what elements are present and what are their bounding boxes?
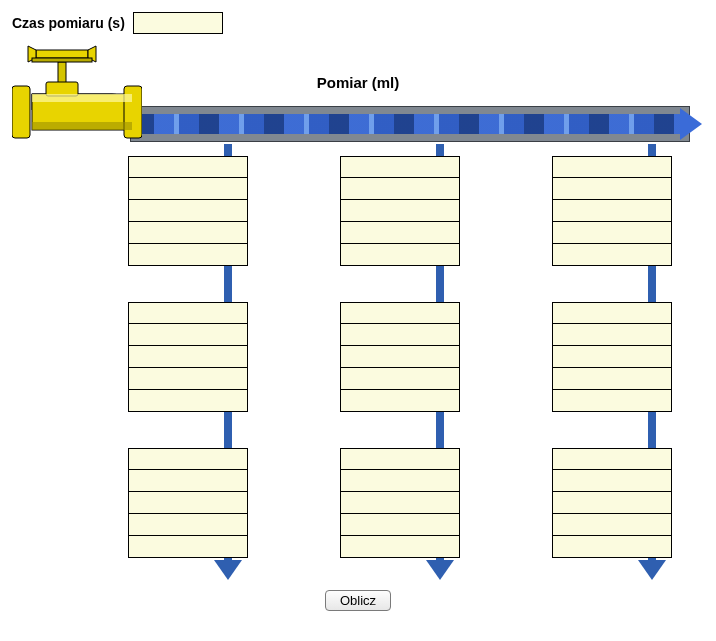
measure-cell[interactable]: [128, 368, 248, 390]
measure-cell[interactable]: [128, 536, 248, 558]
svg-rect-8: [46, 82, 78, 96]
measure-cell[interactable]: [552, 222, 672, 244]
measure-group: [552, 156, 672, 266]
measure-cell[interactable]: [128, 390, 248, 412]
measure-cell[interactable]: [340, 302, 460, 324]
measure-cell[interactable]: [340, 244, 460, 266]
measure-cell[interactable]: [340, 390, 460, 412]
svg-rect-4: [32, 58, 92, 62]
measure-group: [340, 448, 460, 558]
measure-cell[interactable]: [552, 244, 672, 266]
measure-cell[interactable]: [340, 448, 460, 470]
measure-cell[interactable]: [128, 244, 248, 266]
measure-cell[interactable]: [552, 390, 672, 412]
measure-column-2: [340, 156, 460, 558]
svg-rect-7: [124, 86, 142, 138]
measure-cell[interactable]: [128, 470, 248, 492]
svg-rect-10: [32, 122, 132, 130]
measure-group: [128, 448, 248, 558]
measure-column-3: [552, 156, 672, 558]
measure-cell[interactable]: [128, 302, 248, 324]
measure-cell[interactable]: [552, 368, 672, 390]
time-label: Czas pomiaru (s): [12, 15, 125, 31]
measure-cell[interactable]: [340, 324, 460, 346]
measure-cell[interactable]: [552, 178, 672, 200]
measure-cell[interactable]: [340, 492, 460, 514]
measure-cell[interactable]: [552, 448, 672, 470]
measure-cell[interactable]: [128, 324, 248, 346]
measure-cell[interactable]: [552, 536, 672, 558]
measure-cell[interactable]: [340, 514, 460, 536]
measure-cell[interactable]: [128, 178, 248, 200]
measure-cell[interactable]: [340, 200, 460, 222]
measure-cell[interactable]: [340, 178, 460, 200]
measure-cell[interactable]: [340, 470, 460, 492]
measure-column-1: [128, 156, 248, 558]
measure-group: [128, 156, 248, 266]
measure-cell[interactable]: [340, 156, 460, 178]
measure-group: [340, 156, 460, 266]
measure-cell[interactable]: [340, 222, 460, 244]
svg-rect-6: [12, 86, 30, 138]
svg-rect-9: [32, 94, 132, 102]
measure-cell[interactable]: [552, 514, 672, 536]
measure-group: [128, 302, 248, 412]
measure-cell[interactable]: [552, 302, 672, 324]
svg-rect-1: [36, 50, 88, 58]
measure-cell[interactable]: [128, 492, 248, 514]
calc-row: Oblicz: [12, 590, 704, 611]
measure-cell[interactable]: [128, 346, 248, 368]
diagram: Pomiar (ml): [12, 44, 704, 584]
measure-cell[interactable]: [552, 324, 672, 346]
measure-cell[interactable]: [128, 448, 248, 470]
faucet-icon: [12, 44, 142, 156]
measure-cell[interactable]: [128, 222, 248, 244]
measure-cell[interactable]: [552, 470, 672, 492]
time-row: Czas pomiaru (s): [12, 12, 704, 34]
measure-cell[interactable]: [340, 346, 460, 368]
measure-cell[interactable]: [128, 156, 248, 178]
pipe-water: [134, 114, 682, 134]
measure-cell[interactable]: [340, 536, 460, 558]
time-input[interactable]: [133, 12, 223, 34]
measure-cell[interactable]: [552, 156, 672, 178]
measure-cell[interactable]: [340, 368, 460, 390]
measure-group: [552, 448, 672, 558]
measure-cell[interactable]: [552, 346, 672, 368]
calculate-button[interactable]: Oblicz: [325, 590, 391, 611]
measure-cell[interactable]: [552, 200, 672, 222]
measure-cell[interactable]: [552, 492, 672, 514]
measure-group: [552, 302, 672, 412]
pipe-arrow-icon: [680, 108, 702, 140]
measure-group: [340, 302, 460, 412]
measure-cell[interactable]: [128, 200, 248, 222]
measure-cell[interactable]: [128, 514, 248, 536]
